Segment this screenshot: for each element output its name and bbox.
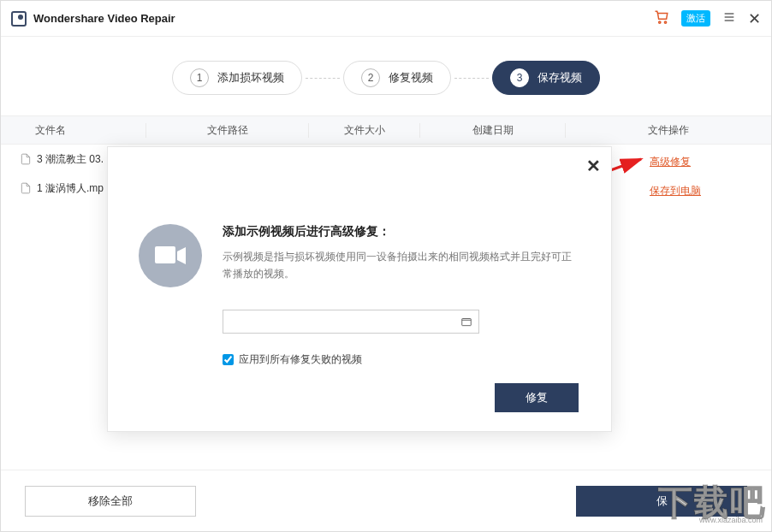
column-createdate: 创建日期 [420,123,566,138]
checkbox-label: 应用到所有修复失败的视频 [239,352,362,367]
app-logo-icon [11,11,27,27]
modal-close-icon[interactable]: ✕ [586,156,601,176]
file-icon [20,152,32,166]
window-close-icon[interactable]: ✕ [748,9,761,28]
browse-folder-icon[interactable] [454,310,478,333]
app-title: Wondershare Video Repair [33,12,654,25]
repair-button[interactable]: 修复 [495,383,579,412]
video-camera-icon [139,224,202,287]
svg-point-0 [659,21,661,22]
activate-button[interactable]: 激活 [681,10,710,27]
svg-point-1 [664,21,666,22]
file-icon [20,181,32,195]
step-label: 修复视频 [389,70,433,86]
step-repair-video[interactable]: 2 修复视频 [343,61,451,95]
cart-icon[interactable] [654,9,669,28]
svg-rect-9 [462,319,472,326]
svg-rect-7 [155,246,175,263]
titlebar: Wondershare Video Repair 激活 ✕ [1,1,771,37]
footer-bar: 移除全部 保 [1,470,771,531]
step-save-video[interactable]: 3 保存视频 [492,61,600,95]
modal-description: 示例视频是指与损坏视频使用同一设备拍摄出来的相同视频格式并且完好可正常播放的视频… [223,248,580,283]
titlebar-actions: 激活 ✕ [654,9,761,28]
step-number: 2 [361,68,380,87]
step-label: 保存视频 [537,70,582,86]
save-button[interactable]: 保 [576,486,747,517]
step-separator [454,78,489,79]
advanced-repair-modal: ✕ 添加示例视频后进行高级修复： 示例视频是指与损坏视频使用同一设备拍摄出来的相… [107,146,612,432]
step-separator [306,78,340,79]
remove-all-button[interactable]: 移除全部 [25,486,196,517]
svg-marker-8 [177,247,186,264]
column-filepath: 文件路径 [146,123,309,138]
advanced-repair-link[interactable]: 高级修复 [650,155,691,169]
step-add-video[interactable]: 1 添加损坏视频 [172,61,302,95]
step-label: 添加损坏视频 [217,70,284,86]
column-fileaction: 文件操作 [566,123,771,138]
column-filesize: 文件大小 [309,123,420,138]
menu-icon[interactable] [722,10,736,27]
apply-all-checkbox[interactable] [223,354,234,365]
step-number: 3 [510,68,529,87]
path-field[interactable] [223,316,454,328]
apply-all-checkbox-row[interactable]: 应用到所有修复失败的视频 [223,352,611,367]
column-filename: 文件名 [1,123,146,138]
modal-title: 添加示例视频后进行高级修复： [223,224,580,239]
sample-video-path-input[interactable] [223,310,479,334]
table-header: 文件名 文件路径 文件大小 创建日期 文件操作 [1,115,771,145]
step-number: 1 [190,68,209,87]
progress-steps: 1 添加损坏视频 2 修复视频 3 保存视频 [1,61,771,95]
save-to-computer-link[interactable]: 保存到电脑 [650,184,701,198]
